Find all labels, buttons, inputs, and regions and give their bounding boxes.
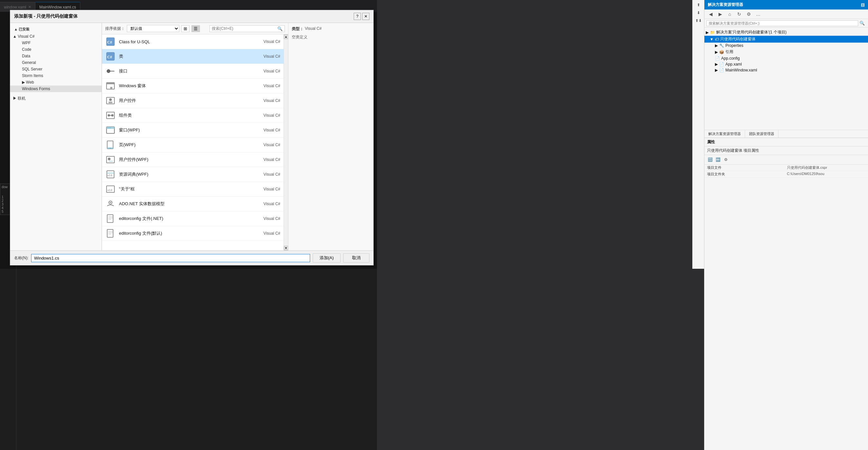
tree-item-windows-forms[interactable]: Windows Forms (10, 86, 102, 92)
item-icon-editorconfig-default (105, 228, 116, 238)
mainwindow-label: MainWindow.xaml (725, 68, 757, 72)
search-input[interactable] (210, 26, 275, 31)
item-editorconfig-net[interactable]: editorconfig 文件(.NET) Visual C# (102, 212, 283, 226)
tree-item-data[interactable]: Data (10, 53, 102, 59)
item-about-box[interactable]: v1.0 "关于"框 Visual C# (102, 182, 283, 197)
item-icon-windows-form (105, 81, 116, 91)
item-name-ado-net: ADO.NET 实体数据模型 (119, 201, 244, 207)
se-item-mainwindow-xaml[interactable]: ▶ 📄 MainWindow.xaml (705, 67, 868, 73)
solution-explorer-panel: 解决方案资源管理器 ⊟ ◀ ▶ ⌂ ↻ ⚙ … 🔍 ▶ 📁 解决方案'只使用代码… (704, 0, 868, 138)
se-item-app-xaml[interactable]: ▶ 📄 App.xaml (705, 61, 868, 67)
item-resource-dict[interactable]: v1.0 资源词典(WPF) Visual C# (102, 167, 283, 182)
item-lang-editorconfig-net: Visual C# (247, 216, 280, 221)
props-settings-btn[interactable]: ⚙ (722, 156, 730, 163)
item-icon-user-control (105, 95, 116, 106)
tree-item-storm-items[interactable]: Storm Items (10, 72, 102, 79)
se-tab-solution[interactable]: 解决方案资源管理器 (705, 130, 745, 138)
rtb-btn-2[interactable]: ⬇ (694, 9, 703, 17)
item-windows-form[interactable]: Windows 窗体 Visual C# (102, 79, 283, 93)
solution-explorer-toolbar: ◀ ▶ ⌂ ↻ ⚙ … (705, 9, 868, 19)
scroll-up-button[interactable]: ▲ (284, 34, 288, 39)
prop-name-project-file: 项目文件 (707, 165, 786, 170)
item-window-wpf[interactable]: 窗口(WPF) Visual C# (102, 123, 283, 138)
tree-item-lianji[interactable]: ▶ 联机 (10, 95, 102, 102)
prop-name-project-folder: 项目文件夹 (707, 172, 786, 176)
se-solution-root[interactable]: ▶ 📁 解决方案'只使用代码创建窗体'(1 个项目) (705, 29, 868, 36)
item-ado-net[interactable]: ADO.NET 实体数据模型 Visual C# (102, 197, 283, 212)
se-project-root[interactable]: ▼ 🏷 只使用代码创建窗体 (705, 36, 868, 42)
item-class-usql[interactable]: C# Class for U-SQL Visual C# (102, 34, 283, 49)
se-back-button[interactable]: ◀ (706, 10, 715, 18)
se-search-box: 🔍 (705, 19, 868, 28)
scroll-down-button[interactable]: ▼ (284, 246, 288, 250)
add-button[interactable]: 添加(A) (313, 253, 341, 262)
references-icon: 📦 (719, 50, 724, 55)
tree-item-wpf[interactable]: WPF (10, 40, 102, 46)
se-item-properties[interactable]: ▶ 🔧 Properties (705, 42, 868, 49)
item-icon-component (105, 110, 116, 121)
se-more-button[interactable]: … (754, 10, 763, 18)
item-editorconfig-default[interactable]: editorconfig 文件(默认) Visual C# (102, 226, 283, 241)
right-toolbar: ⬆ ⬇ ⬆⬇ (692, 0, 704, 269)
name-input[interactable] (31, 254, 310, 262)
tree-item-general[interactable]: General (10, 59, 102, 66)
item-lang-class-usql: Visual C# (247, 39, 280, 44)
cancel-button[interactable]: 取消 (343, 253, 369, 262)
type-prefix-label: 类型： (292, 26, 304, 32)
item-name-resource-dict: 资源词典(WPF) (119, 171, 244, 177)
properties-panel-title: 只使用代码创建窗体 项目属性 (705, 147, 868, 155)
item-icon-window-wpf (105, 125, 116, 135)
se-item-app-config[interactable]: 📄 App.config (705, 55, 868, 61)
item-name-class-usql: Class for U-SQL (119, 39, 244, 44)
rtb-btn-3[interactable]: ⬆⬇ (694, 17, 703, 24)
item-lang-windows-form: Visual C# (247, 84, 280, 88)
item-lang-page-wpf: Visual C# (247, 142, 280, 147)
prop-value-project-folder: C:\Users\DM01259\sou (787, 172, 866, 176)
props-sort-category-btn[interactable]: 🔡 (706, 156, 714, 163)
item-lang-window-wpf: Visual C# (247, 128, 280, 132)
se-settings-button[interactable]: ⚙ (744, 10, 753, 18)
dialog-controls: ? ✕ (354, 13, 369, 20)
solution-icon: 📁 (710, 30, 715, 35)
props-sort-alpha-btn[interactable]: 🔤 (714, 156, 721, 163)
list-view-button[interactable]: ☰ (191, 25, 200, 32)
tree-item-visual-csharp[interactable]: ▲ Visual C# (10, 33, 102, 40)
type-value-label: Visual C# (305, 26, 321, 32)
item-class[interactable]: C# 类 Visual C# (102, 49, 283, 64)
references-expand-icon: ▶ (715, 50, 718, 55)
solution-explorer-header: 解决方案资源管理器 ⊟ (705, 0, 868, 9)
item-component[interactable]: 组件类 Visual C# (102, 108, 283, 123)
tree-item-sql-server[interactable]: SQL Server (10, 66, 102, 72)
item-interface[interactable]: 接口 Visual C# (102, 64, 283, 79)
item-name-editorconfig-default: editorconfig 文件(默认) (119, 230, 244, 236)
tree-item-web[interactable]: ▶ Web (10, 79, 102, 86)
grid-view-button[interactable]: ⊞ (181, 25, 189, 32)
dialog-close-button[interactable]: ✕ (362, 13, 369, 20)
app-config-icon: 📄 (715, 56, 720, 61)
item-page-wpf[interactable]: 页(WPF) Visual C# (102, 138, 283, 152)
svg-point-24 (108, 158, 111, 160)
dialog-help-button[interactable]: ? (354, 13, 361, 20)
sort-select[interactable]: 默认值 (127, 25, 179, 32)
items-list: C# Class for U-SQL Visual C# C# 类 Visual… (102, 34, 283, 250)
project-label: 只使用代码创建窗体 (720, 36, 755, 42)
se-forward-button[interactable]: ▶ (716, 10, 724, 18)
svg-text:C#: C# (107, 55, 112, 59)
se-home-button[interactable]: ⌂ (725, 10, 734, 18)
se-tab-team[interactable]: 团队资源管理器 (745, 130, 778, 138)
se-refresh-button[interactable]: ↻ (735, 10, 743, 18)
mainwindow-expand-icon: ▶ (715, 68, 718, 72)
se-search-input[interactable] (706, 20, 858, 26)
item-name-user-control: 用户控件 (119, 98, 244, 103)
item-user-control[interactable]: 用户控件 Visual C# (102, 93, 283, 108)
rtb-btn-1[interactable]: ⬆ (694, 1, 703, 8)
properties-expand-icon: ▶ (715, 43, 718, 48)
item-name-page-wpf: 页(WPF) (119, 142, 244, 148)
tree-item-code[interactable]: Code (10, 46, 102, 53)
items-list-scrollbar[interactable]: ▲ ▼ (283, 34, 288, 250)
svg-point-10 (109, 98, 112, 101)
item-name-user-control-wpf: 用户控件(WPF) (119, 157, 244, 163)
item-user-control-wpf[interactable]: 用户控件(WPF) Visual C# (102, 152, 283, 167)
item-icon-about-box: v1.0 (105, 184, 116, 194)
se-item-references[interactable]: ▶ 📦 引用 (705, 49, 868, 55)
